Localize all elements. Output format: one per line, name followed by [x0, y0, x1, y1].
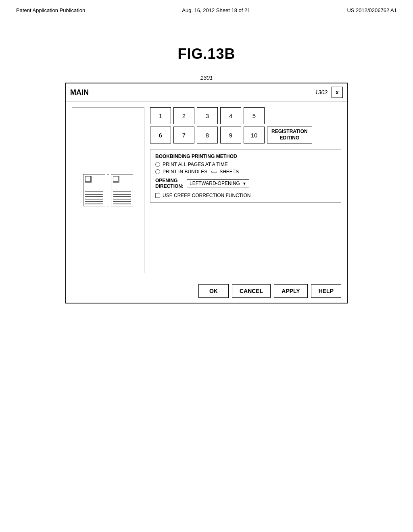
radio-label-2: PRINT IN BUNDLES: [163, 169, 207, 175]
dialog-title-right: 1302 x: [315, 87, 343, 98]
creep-correction-row[interactable]: USE CREEP CORRECTION FUNCTION: [155, 193, 336, 198]
right-panel: 1 2 3 4 5 6 7 8 9 10 REGISTRATIONEDITING: [150, 107, 341, 273]
radio-print-all[interactable]: PRINT ALL PAGES AT A TIME: [155, 162, 336, 167]
dialog-title: MAIN: [70, 88, 89, 97]
num-btn-8[interactable]: 8: [197, 127, 218, 143]
header-center: Aug. 16, 2012 Sheet 18 of 21: [182, 7, 250, 13]
number-grid: 1 2 3 4 5 6 7 8 9 10 REGISTRATIONEDITING: [150, 107, 341, 143]
num-btn-5[interactable]: 5: [244, 107, 265, 124]
opening-direction-row: OPENINGDIRECTION: LEFTWARD-OPENING ▼: [155, 178, 336, 189]
ok-button[interactable]: OK: [198, 284, 229, 298]
num-btn-1[interactable]: 1: [150, 107, 171, 124]
book-preview: [72, 107, 144, 273]
num-btn-9[interactable]: 9: [220, 127, 241, 143]
creep-checkbox[interactable]: [155, 193, 160, 198]
dialog-ref-label: 1302: [315, 89, 327, 96]
dialog-content: 1 2 3 4 5 6 7 8 9 10 REGISTRATIONEDITING: [66, 102, 347, 279]
num-btn-3[interactable]: 3: [197, 107, 218, 124]
creep-label: USE CREEP CORRECTION FUNCTION: [163, 193, 250, 198]
patent-header: Patent Application Publication Aug. 16, …: [0, 0, 413, 13]
number-row-1: 1 2 3 4 5: [150, 107, 341, 124]
book-page-left: [83, 174, 105, 206]
close-button[interactable]: x: [332, 87, 343, 98]
radio-label-1: PRINT ALL PAGES AT A TIME: [163, 162, 228, 167]
book-spine: [107, 174, 109, 206]
num-btn-10[interactable]: 10: [244, 127, 265, 143]
number-row-2: 6 7 8 9 10 REGISTRATIONEDITING: [150, 127, 341, 143]
radio-circle-1: [155, 162, 160, 167]
num-btn-2[interactable]: 2: [173, 107, 194, 124]
cancel-button[interactable]: CANCEL: [232, 284, 271, 298]
registration-editing-button[interactable]: REGISTRATIONEDITING: [267, 127, 312, 143]
dialog-label: 1301: [200, 75, 213, 81]
num-btn-6[interactable]: 6: [150, 127, 171, 143]
book-icon: [83, 174, 133, 206]
dialog-wrapper: 1301 MAIN 1302 x: [0, 75, 413, 303]
num-btn-4[interactable]: 4: [220, 107, 241, 124]
radio-circle-2: [155, 169, 160, 174]
help-button[interactable]: HELP: [311, 284, 341, 298]
num-btn-7[interactable]: 7: [173, 127, 194, 143]
options-section: BOOKBINDING PRINTING METHOD PRINT ALL PA…: [150, 149, 341, 203]
opening-direction-label: OPENINGDIRECTION:: [155, 178, 184, 189]
header-right: US 2012/0206762 A1: [347, 7, 397, 13]
dropdown-value: LEFTWARD-OPENING: [190, 181, 240, 186]
book-page-right: [111, 174, 133, 206]
sheets-input[interactable]: [211, 171, 217, 172]
dialog-footer: OK CANCEL APPLY HELP: [66, 279, 347, 303]
apply-button[interactable]: APPLY: [274, 284, 307, 298]
sheets-label: SHEETS: [219, 169, 239, 175]
bookbinding-title: BOOKBINDING PRINTING METHOD: [155, 154, 336, 159]
header-left: Patent Application Publication: [16, 7, 85, 13]
dialog-titlebar: MAIN 1302 x: [66, 83, 347, 102]
opening-direction-dropdown[interactable]: LEFTWARD-OPENING ▼: [187, 179, 249, 187]
radio-print-bundles[interactable]: PRINT IN BUNDLES SHEETS: [155, 169, 336, 175]
figure-title: FIG.13B: [0, 46, 413, 62]
main-dialog: MAIN 1302 x: [65, 83, 348, 303]
dropdown-arrow-icon: ▼: [242, 181, 246, 186]
